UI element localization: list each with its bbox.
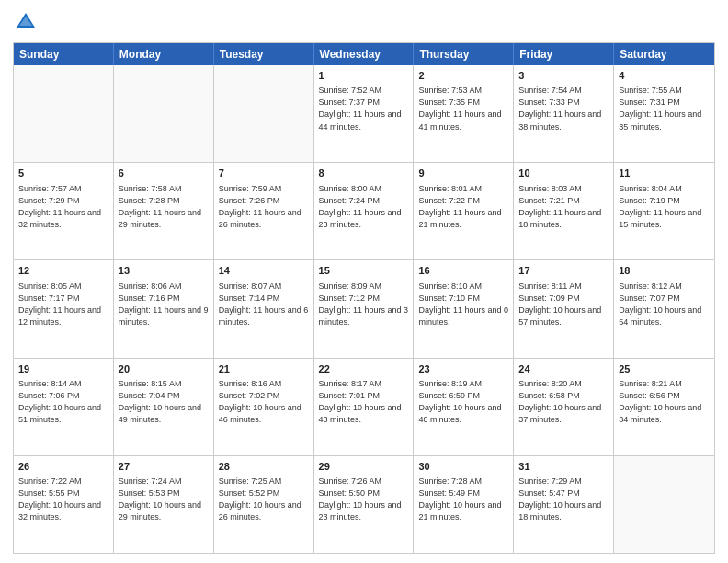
day-cell-18: 18Sunrise: 8:12 AM Sunset: 7:07 PM Dayli… bbox=[614, 260, 714, 357]
day-content: Sunrise: 7:54 AM Sunset: 7:33 PM Dayligh… bbox=[518, 85, 609, 132]
day-number: 22 bbox=[319, 362, 409, 376]
day-number: 23 bbox=[418, 362, 508, 376]
header-day-friday: Friday bbox=[514, 43, 614, 65]
day-cell-24: 24Sunrise: 8:20 AM Sunset: 6:58 PM Dayli… bbox=[514, 359, 614, 455]
day-content: Sunrise: 7:53 AM Sunset: 7:35 PM Dayligh… bbox=[418, 85, 508, 132]
day-content: Sunrise: 7:26 AM Sunset: 5:50 PM Dayligh… bbox=[319, 476, 409, 523]
day-cell-13: 13Sunrise: 8:06 AM Sunset: 7:16 PM Dayli… bbox=[114, 260, 214, 357]
day-content: Sunrise: 8:21 AM Sunset: 6:56 PM Dayligh… bbox=[619, 378, 710, 426]
day-cell-8: 8Sunrise: 8:00 AM Sunset: 7:24 PM Daylig… bbox=[314, 163, 415, 259]
logo bbox=[13, 9, 42, 35]
day-content: Sunrise: 8:04 AM Sunset: 7:19 PM Dayligh… bbox=[619, 183, 710, 231]
calendar-body: 1Sunrise: 7:52 AM Sunset: 7:37 PM Daylig… bbox=[14, 65, 714, 553]
day-cell-5: 5Sunrise: 7:57 AM Sunset: 7:29 PM Daylig… bbox=[14, 163, 114, 259]
day-number: 19 bbox=[18, 362, 108, 376]
day-number: 12 bbox=[18, 264, 108, 278]
day-number: 7 bbox=[219, 167, 309, 180]
day-content: Sunrise: 8:05 AM Sunset: 7:17 PM Dayligh… bbox=[18, 281, 108, 328]
day-cell-19: 19Sunrise: 8:14 AM Sunset: 7:06 PM Dayli… bbox=[14, 359, 114, 455]
day-content: Sunrise: 8:10 AM Sunset: 7:10 PM Dayligh… bbox=[418, 281, 508, 328]
day-number: 10 bbox=[518, 167, 609, 180]
day-cell-23: 23Sunrise: 8:19 AM Sunset: 6:59 PM Dayli… bbox=[414, 359, 514, 455]
day-number: 14 bbox=[219, 264, 309, 278]
day-cell-28: 28Sunrise: 7:25 AM Sunset: 5:52 PM Dayli… bbox=[214, 456, 314, 553]
day-cell-27: 27Sunrise: 7:24 AM Sunset: 5:53 PM Dayli… bbox=[114, 456, 214, 553]
day-content: Sunrise: 7:52 AM Sunset: 7:37 PM Dayligh… bbox=[319, 85, 409, 132]
day-number: 27 bbox=[119, 460, 209, 474]
day-cell-29: 29Sunrise: 7:26 AM Sunset: 5:50 PM Dayli… bbox=[314, 456, 415, 553]
header-day-tuesday: Tuesday bbox=[214, 43, 314, 65]
day-number: 13 bbox=[119, 264, 209, 278]
day-content: Sunrise: 8:03 AM Sunset: 7:21 PM Dayligh… bbox=[518, 183, 609, 231]
day-cell-21: 21Sunrise: 8:16 AM Sunset: 7:02 PM Dayli… bbox=[214, 359, 314, 455]
day-number: 18 bbox=[619, 264, 710, 278]
day-number: 20 bbox=[119, 362, 209, 376]
day-number: 16 bbox=[418, 264, 508, 278]
day-number: 21 bbox=[219, 362, 309, 376]
header-day-saturday: Saturday bbox=[614, 43, 714, 65]
day-number: 3 bbox=[518, 69, 609, 83]
day-cell-7: 7Sunrise: 7:59 AM Sunset: 7:26 PM Daylig… bbox=[214, 163, 314, 259]
day-number: 17 bbox=[518, 264, 609, 278]
day-cell-20: 20Sunrise: 8:15 AM Sunset: 7:04 PM Dayli… bbox=[114, 359, 214, 455]
day-number: 9 bbox=[418, 167, 508, 180]
day-number: 15 bbox=[319, 264, 409, 278]
day-content: Sunrise: 8:11 AM Sunset: 7:09 PM Dayligh… bbox=[518, 281, 609, 328]
header-day-wednesday: Wednesday bbox=[314, 43, 415, 65]
day-content: Sunrise: 8:15 AM Sunset: 7:04 PM Dayligh… bbox=[119, 378, 209, 426]
day-cell-14: 14Sunrise: 8:07 AM Sunset: 7:14 PM Dayli… bbox=[214, 260, 314, 357]
day-cell-2: 2Sunrise: 7:53 AM Sunset: 7:35 PM Daylig… bbox=[414, 65, 514, 162]
day-content: Sunrise: 8:06 AM Sunset: 7:16 PM Dayligh… bbox=[119, 281, 209, 328]
header-day-thursday: Thursday bbox=[414, 43, 514, 65]
header-day-sunday: Sunday bbox=[14, 43, 114, 65]
day-content: Sunrise: 8:00 AM Sunset: 7:24 PM Dayligh… bbox=[319, 183, 409, 231]
day-number: 24 bbox=[518, 362, 609, 376]
day-cell-3: 3Sunrise: 7:54 AM Sunset: 7:33 PM Daylig… bbox=[514, 65, 614, 162]
page-header bbox=[13, 9, 715, 35]
page-container: SundayMondayTuesdayWednesdayThursdayFrid… bbox=[0, 0, 728, 563]
day-content: Sunrise: 7:24 AM Sunset: 5:53 PM Dayligh… bbox=[119, 476, 209, 523]
day-content: Sunrise: 7:59 AM Sunset: 7:26 PM Dayligh… bbox=[219, 183, 309, 231]
day-content: Sunrise: 8:14 AM Sunset: 7:06 PM Dayligh… bbox=[18, 378, 108, 426]
day-content: Sunrise: 8:07 AM Sunset: 7:14 PM Dayligh… bbox=[219, 281, 309, 328]
day-number: 29 bbox=[319, 460, 409, 474]
calendar-header: SundayMondayTuesdayWednesdayThursdayFrid… bbox=[14, 43, 714, 65]
day-cell-6: 6Sunrise: 7:58 AM Sunset: 7:28 PM Daylig… bbox=[114, 163, 214, 259]
day-number: 2 bbox=[418, 69, 508, 83]
day-cell-1: 1Sunrise: 7:52 AM Sunset: 7:37 PM Daylig… bbox=[314, 65, 415, 162]
day-content: Sunrise: 7:28 AM Sunset: 5:49 PM Dayligh… bbox=[418, 476, 508, 523]
day-cell-17: 17Sunrise: 8:11 AM Sunset: 7:09 PM Dayli… bbox=[514, 260, 614, 357]
day-number: 4 bbox=[619, 69, 710, 83]
day-number: 28 bbox=[219, 460, 309, 474]
day-content: Sunrise: 8:17 AM Sunset: 7:01 PM Dayligh… bbox=[319, 378, 409, 426]
day-cell-11: 11Sunrise: 8:04 AM Sunset: 7:19 PM Dayli… bbox=[614, 163, 714, 259]
day-content: Sunrise: 7:57 AM Sunset: 7:29 PM Dayligh… bbox=[18, 183, 108, 231]
day-content: Sunrise: 8:12 AM Sunset: 7:07 PM Dayligh… bbox=[619, 281, 710, 328]
day-number: 6 bbox=[119, 167, 209, 180]
day-cell-16: 16Sunrise: 8:10 AM Sunset: 7:10 PM Dayli… bbox=[414, 260, 514, 357]
day-number: 30 bbox=[418, 460, 508, 474]
empty-cell bbox=[214, 65, 314, 162]
day-content: Sunrise: 8:19 AM Sunset: 6:59 PM Dayligh… bbox=[418, 378, 508, 426]
day-cell-25: 25Sunrise: 8:21 AM Sunset: 6:56 PM Dayli… bbox=[614, 359, 714, 455]
day-content: Sunrise: 7:25 AM Sunset: 5:52 PM Dayligh… bbox=[219, 476, 309, 523]
empty-cell bbox=[14, 65, 114, 162]
day-number: 8 bbox=[319, 167, 409, 180]
calendar-week-2: 5Sunrise: 7:57 AM Sunset: 7:29 PM Daylig… bbox=[14, 162, 714, 259]
day-number: 5 bbox=[18, 167, 108, 180]
day-cell-30: 30Sunrise: 7:28 AM Sunset: 5:49 PM Dayli… bbox=[414, 456, 514, 553]
calendar-week-4: 19Sunrise: 8:14 AM Sunset: 7:06 PM Dayli… bbox=[14, 358, 714, 455]
empty-cell bbox=[114, 65, 214, 162]
day-cell-12: 12Sunrise: 8:05 AM Sunset: 7:17 PM Dayli… bbox=[14, 260, 114, 357]
day-content: Sunrise: 7:22 AM Sunset: 5:55 PM Dayligh… bbox=[18, 476, 108, 523]
day-number: 1 bbox=[319, 69, 409, 83]
day-cell-10: 10Sunrise: 8:03 AM Sunset: 7:21 PM Dayli… bbox=[514, 163, 614, 259]
day-cell-9: 9Sunrise: 8:01 AM Sunset: 7:22 PM Daylig… bbox=[414, 163, 514, 259]
day-cell-31: 31Sunrise: 7:29 AM Sunset: 5:47 PM Dayli… bbox=[514, 456, 614, 553]
day-number: 31 bbox=[518, 460, 609, 474]
header-day-monday: Monday bbox=[114, 43, 214, 65]
day-content: Sunrise: 7:58 AM Sunset: 7:28 PM Dayligh… bbox=[119, 183, 209, 231]
day-content: Sunrise: 8:09 AM Sunset: 7:12 PM Dayligh… bbox=[319, 281, 409, 328]
calendar: SundayMondayTuesdayWednesdayThursdayFrid… bbox=[13, 42, 715, 554]
day-number: 11 bbox=[619, 167, 710, 180]
